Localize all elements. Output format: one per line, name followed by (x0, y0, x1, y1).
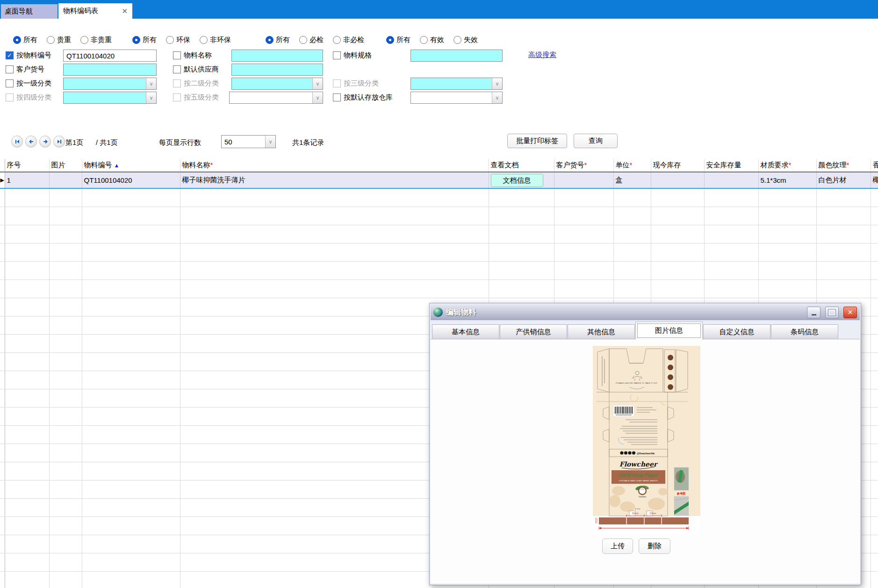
rows-per-page-select[interactable]: 50 ∨ (221, 135, 276, 148)
class3-checkbox[interactable] (333, 79, 341, 87)
col-stock[interactable]: 现今库存 (651, 159, 704, 172)
default-warehouse-select[interactable]: ∨ (410, 92, 503, 104)
customer-no-input[interactable] (63, 64, 157, 76)
close-button[interactable]: ✕ (843, 307, 857, 318)
filter-material-code: ✓ 按物料编号 (6, 51, 51, 60)
dialog-title: 编辑物料 (446, 308, 802, 317)
tab-basic-info[interactable]: 基本信息 (432, 324, 499, 339)
material-image-preview: PLEASE USE DRY HANDS TO TAKE IT OUT. (593, 346, 700, 535)
upload-button[interactable]: 上传 (602, 538, 633, 554)
radio-valid[interactable]: 有效 (420, 36, 444, 44)
tab-barcode-info[interactable]: 条码信息 (771, 324, 838, 339)
delete-button[interactable]: 删除 (639, 538, 670, 554)
total-pages-label: / 共1页 (96, 138, 118, 147)
last-page-button[interactable] (53, 136, 65, 147)
chevron-down-icon[interactable]: ∨ (265, 136, 275, 148)
chevron-down-icon[interactable]: ∨ (312, 78, 323, 89)
table-header-row: 序号 图片 物料编号▲ 物料名称* 查看文档 客户货号* 单位* 现今库存 安全… (0, 159, 878, 172)
material-name-checkbox[interactable] (173, 51, 181, 59)
globe-icon (433, 308, 443, 317)
prev-page-icon (29, 139, 34, 144)
material-spec-checkbox[interactable] (333, 51, 341, 59)
class5-select[interactable]: ∨ (229, 92, 323, 104)
dimension-label-b: 20mm (650, 512, 656, 515)
col-material-code[interactable]: 物料编号▲ (82, 159, 180, 172)
col-color-texture[interactable]: 颜色纹理* (816, 159, 871, 172)
radio-eco-all[interactable]: 所有 (132, 36, 157, 44)
radio-on-icon[interactable] (13, 36, 21, 44)
col-customer-no[interactable]: 客户货号* (554, 159, 613, 172)
radio-group-valid: 所有 有效 失效 (386, 36, 478, 44)
col-scent[interactable]: 香味* (871, 159, 878, 172)
next-page-icon (43, 139, 48, 144)
filter-class4: 按四级分类 (6, 93, 51, 102)
rows-per-page-label: 每页显示行数 (159, 138, 201, 147)
radio-no-inspect[interactable]: 非必检 (333, 36, 364, 44)
packaging-dieline-image: PLEASE USE DRY HANDS TO TAKE IT OUT. (593, 346, 700, 535)
batch-print-button[interactable]: 批量打印标签 (507, 134, 567, 148)
col-material-name[interactable]: 物料名称* (180, 159, 489, 172)
empty-table-row (0, 262, 878, 280)
maximize-button[interactable] (825, 307, 839, 318)
customer-no-checkbox[interactable] (6, 65, 14, 73)
default-supplier-input[interactable] (231, 64, 323, 76)
chevron-down-icon[interactable]: ∨ (146, 92, 156, 103)
doc-info-button[interactable]: 文档信息 (491, 174, 543, 187)
col-material-req[interactable]: 材质要求* (758, 159, 816, 172)
chevron-down-icon[interactable]: ∨ (146, 78, 156, 89)
query-button[interactable]: 查询 (574, 134, 618, 148)
chevron-down-icon[interactable]: ∨ (492, 92, 502, 103)
tab-material-code-table[interactable]: 物料编码表 ✕ (58, 3, 132, 19)
tab-supply-info[interactable]: 产供销信息 (500, 324, 567, 339)
tab-custom-info[interactable]: 自定义信息 (703, 324, 770, 339)
col-view-doc[interactable]: 查看文档 (489, 159, 554, 172)
class3-select[interactable]: ∨ (410, 78, 503, 90)
chevron-down-icon[interactable]: ∨ (312, 92, 323, 103)
col-safe-stock[interactable]: 安全库存量 (704, 159, 758, 172)
radio-not-precious[interactable]: 非贵重 (80, 36, 112, 44)
col-image[interactable]: 图片 (49, 159, 82, 172)
tab-desktop-nav[interactable]: 桌面导航 (1, 4, 58, 19)
close-tab-icon[interactable]: ✕ (122, 7, 128, 14)
next-page-button[interactable] (39, 136, 51, 147)
minimize-button[interactable] (807, 307, 820, 318)
default-warehouse-checkbox[interactable] (333, 93, 341, 101)
tab-image-info[interactable]: 图片信息 (635, 322, 703, 339)
tab-other-info[interactable]: 其他信息 (568, 324, 635, 339)
table-row[interactable]: ▶ 1 QT1100104020 椰子味抑菌洗手薄片 文档信息 盒 5.1*3c… (0, 172, 878, 188)
prev-page-button[interactable] (25, 136, 37, 147)
radio-invalid[interactable]: 失效 (453, 36, 478, 44)
material-code-checkbox[interactable]: ✓ (6, 51, 14, 59)
material-name-input[interactable] (231, 50, 323, 62)
radio-inspect-all[interactable]: 所有 (266, 36, 290, 44)
class2-select[interactable]: ∨ (231, 78, 323, 90)
radio-must-inspect[interactable]: 必检 (299, 36, 324, 44)
radio-valid-all[interactable]: 所有 (386, 36, 410, 44)
col-seq[interactable]: 序号 (5, 159, 49, 172)
col-unit[interactable]: 单位* (613, 159, 651, 172)
close-icon: ✕ (848, 308, 853, 316)
radio-precious-all[interactable]: 所有 (13, 36, 37, 44)
radio-eco[interactable]: 环保 (166, 36, 190, 44)
default-supplier-checkbox[interactable] (173, 65, 181, 73)
dialog-title-bar[interactable]: 编辑物料 ✕ (431, 304, 860, 320)
last-page-icon (57, 139, 62, 144)
chevron-down-icon[interactable]: ∨ (492, 78, 502, 89)
window-tab-bar: 桌面导航 物料编码表 ✕ (0, 0, 878, 19)
class4-checkbox[interactable] (6, 93, 14, 101)
class1-checkbox[interactable] (6, 79, 14, 87)
radio-not-eco[interactable]: 非环保 (200, 36, 231, 44)
radio-precious[interactable]: 贵重 (47, 36, 71, 44)
cell-customer (554, 172, 613, 188)
empty-table-row (0, 280, 878, 298)
dialog-body: PLEASE USE DRY HANDS TO TAKE IT OUT. (431, 339, 860, 583)
class2-checkbox[interactable] (173, 79, 181, 87)
material-spec-input[interactable] (410, 50, 503, 62)
class5-checkbox[interactable] (173, 93, 181, 101)
advanced-search-link[interactable]: 高级搜索 (528, 50, 556, 59)
first-page-button[interactable] (11, 136, 23, 147)
social-handle: @flowcheerlife (637, 452, 655, 455)
class1-select[interactable]: ∨ (63, 78, 157, 90)
class4-select[interactable]: ∨ (63, 92, 157, 104)
material-code-input[interactable] (63, 50, 157, 62)
